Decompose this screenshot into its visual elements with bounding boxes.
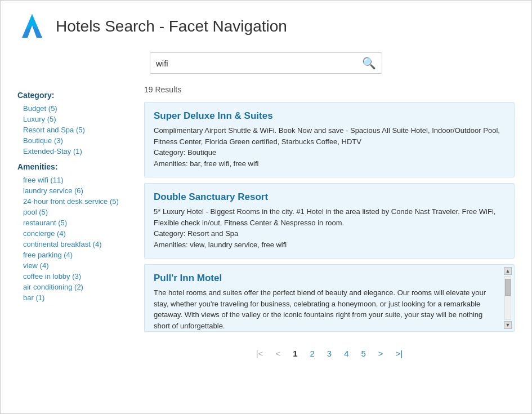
scroll-thumb[interactable] — [505, 279, 511, 296]
result-desc-2: 5* Luxury Hotel - Biggest Rooms in the c… — [154, 206, 505, 250]
search-input[interactable] — [156, 59, 362, 68]
category-section-title: Category: — [17, 91, 130, 100]
sidebar-amenity-view[interactable]: view (4) — [17, 260, 130, 271]
pagination-next[interactable]: > — [375, 346, 387, 360]
app-logo — [17, 12, 47, 41]
sidebar-amenity-laundry[interactable]: laundry service (6) — [17, 185, 130, 196]
result-title-1[interactable]: Super Deluxe Inn & Suites — [154, 110, 505, 122]
header: Hotels Search - Facet Navigation — [1, 1, 531, 47]
result-card-2: Double Sanctuary Resort 5* Luxury Hotel … — [144, 183, 515, 259]
scroll-indicator: ▲ ▼ — [504, 265, 512, 331]
sidebar-amenity-coffee[interactable]: coffee in lobby (3) — [17, 271, 130, 282]
sidebar-amenity-frontdesk[interactable]: 24-hour front desk service (5) — [17, 196, 130, 207]
result-title-2[interactable]: Double Sanctuary Resort — [154, 192, 505, 203]
scroll-track — [504, 276, 511, 320]
search-icon[interactable]: 🔍 — [362, 56, 376, 70]
sidebar-category-budget[interactable]: Budget (5) — [17, 103, 130, 114]
results-area: 19 Results Super Deluxe Inn & Suites Com… — [136, 79, 520, 402]
sidebar-amenity-parking[interactable]: free parking (4) — [17, 250, 130, 260]
search-bar: 🔍 — [150, 52, 382, 74]
result-desc-1: Complimentary Airport Shuttle & WiFi. Bo… — [154, 125, 505, 169]
sidebar-amenity-bar[interactable]: bar (1) — [17, 292, 130, 303]
pagination-page-3[interactable]: 3 — [324, 346, 335, 360]
result-title-3[interactable]: Pull'r Inn Motel — [154, 273, 495, 284]
sidebar: Category: Budget (5) Luxury (5) Resort a… — [12, 79, 136, 402]
pagination-prev: < — [272, 346, 284, 360]
results-count: 19 Results — [144, 85, 515, 94]
pagination-page-1[interactable]: 1 — [289, 346, 301, 360]
sidebar-amenity-restaurant[interactable]: restaurant (5) — [17, 217, 130, 228]
page-title: Hotels Search - Facet Navigation — [56, 17, 287, 35]
pagination-first: |< — [253, 346, 267, 360]
main-layout: Category: Budget (5) Luxury (5) Resort a… — [1, 79, 531, 413]
sidebar-category-luxury[interactable]: Luxury (5) — [17, 114, 130, 124]
pagination-page-5[interactable]: 5 — [358, 346, 369, 360]
search-bar-wrapper: 🔍 — [1, 47, 531, 79]
result-desc-3: The hotel rooms and suites offer the per… — [154, 287, 495, 331]
pagination-page-2[interactable]: 2 — [306, 346, 318, 360]
amenities-section-title: Amenities: — [17, 162, 130, 171]
svg-marker-1 — [26, 14, 38, 30]
sidebar-amenity-concierge[interactable]: concierge (4) — [17, 228, 130, 239]
sidebar-category-extended[interactable]: Extended-Stay (1) — [17, 146, 130, 157]
sidebar-category-resort[interactable]: Resort and Spa (5) — [17, 124, 130, 135]
scroll-down-button[interactable]: ▼ — [504, 321, 512, 329]
sidebar-amenity-free-wifi[interactable]: free wifi (11) — [17, 175, 130, 185]
result-card-1: Super Deluxe Inn & Suites Complimentary … — [144, 102, 515, 177]
sidebar-amenity-pool[interactable]: pool (5) — [17, 207, 130, 217]
sidebar-amenity-continental[interactable]: continental breakfast (4) — [17, 239, 130, 250]
sidebar-category-boutique[interactable]: Boutique (3) — [17, 135, 130, 146]
result-card-3: Pull'r Inn Motel The hotel rooms and sui… — [144, 264, 515, 332]
scroll-up-button[interactable]: ▲ — [504, 267, 512, 275]
sidebar-amenity-ac[interactable]: air conditioning (2) — [17, 282, 130, 292]
pagination-page-4[interactable]: 4 — [341, 346, 352, 360]
pagination: |< < 1 2 3 4 5 > >| — [144, 337, 515, 360]
pagination-last[interactable]: >| — [392, 346, 406, 360]
